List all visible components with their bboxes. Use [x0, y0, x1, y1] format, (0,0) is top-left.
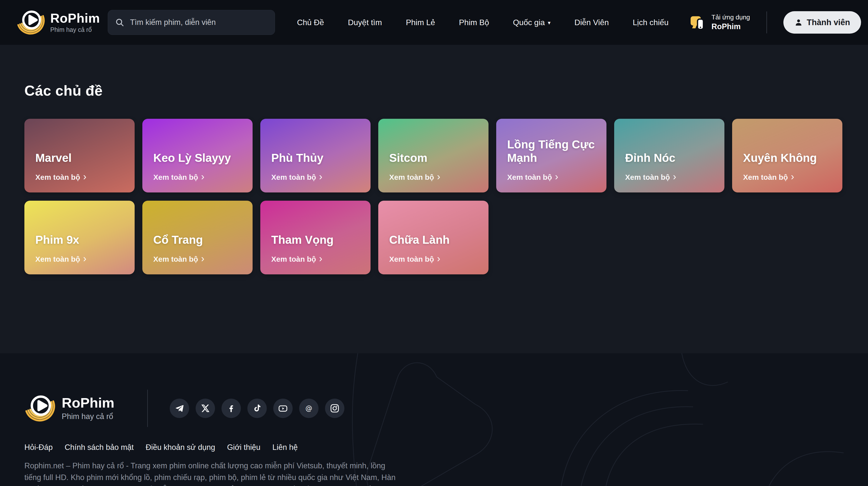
social-button-youtube[interactable] [273, 399, 293, 418]
topic-title: Chữa Lành [389, 233, 478, 246]
chevron-right-icon: › [319, 255, 322, 262]
topic-card[interactable]: Tham VọngXem toàn bộ› [260, 201, 371, 274]
brand-text: RoPhim Phim hay cả rổ [50, 11, 100, 34]
topic-title: Marvel [35, 151, 125, 164]
topic-view-all-link[interactable]: Xem toàn bộ› [743, 173, 832, 182]
social-button-threads[interactable]: @ [299, 399, 318, 418]
footer-row-brand-social: RoPhim Phim hay cả rổ @ [24, 390, 868, 427]
footer-rophim-logo-icon [24, 392, 56, 424]
tiktok-icon [252, 403, 262, 413]
page-title: Các chủ đề [24, 82, 844, 99]
chevron-right-icon: › [555, 173, 558, 180]
nav-item-diễn-viên[interactable]: Diễn Viên [575, 18, 609, 27]
topic-view-all-link[interactable]: Xem toàn bộ› [507, 173, 596, 182]
footer-link[interactable]: Hỏi-Đáp [24, 443, 53, 452]
topic-view-all-label: Xem toàn bộ [389, 173, 434, 182]
social-button-instagram[interactable] [325, 399, 344, 418]
facebook-icon [226, 403, 236, 413]
topic-card[interactable]: MarvelXem toàn bộ› [24, 119, 135, 192]
instagram-icon [330, 403, 340, 413]
topic-title: Keo Lỳ Slayyy [153, 151, 243, 164]
social-button-facebook[interactable] [221, 399, 241, 418]
topic-view-all-label: Xem toàn bộ [35, 173, 80, 182]
topic-card[interactable]: Phù ThủyXem toàn bộ› [260, 119, 371, 192]
social-button-telegram[interactable] [170, 399, 189, 418]
member-button[interactable]: Thành viên [783, 11, 861, 34]
topic-card[interactable]: Chữa LànhXem toàn bộ› [378, 201, 489, 274]
footer-links: Hỏi-ĐápChính sách bảo mậtĐiều khoản sử d… [24, 443, 868, 452]
nav-item-label: Lịch chiếu [633, 18, 669, 27]
rophim-logo-icon [17, 8, 46, 37]
threads-icon: @ [304, 403, 314, 413]
app-download[interactable]: Tải ứng dụng RoPhim [689, 14, 750, 31]
nav-item-chủ-đề[interactable]: Chủ Đề [297, 18, 324, 27]
nav-item-lịch-chiếu[interactable]: Lịch chiếu [633, 18, 669, 27]
app-download-line1: Tải ứng dụng [711, 14, 750, 21]
topic-view-all-link[interactable]: Xem toàn bộ› [153, 173, 243, 182]
social-button-x[interactable] [195, 399, 215, 418]
nav-item-label: Chủ Đề [297, 18, 324, 27]
app-download-line2: RoPhim [711, 22, 750, 31]
svg-text:@: @ [305, 404, 312, 412]
social-row: @ [170, 399, 344, 418]
topic-view-all-label: Xem toàn bộ [35, 255, 80, 264]
topic-title: Xuyên Không [743, 151, 832, 164]
topic-view-all-link[interactable]: Xem toàn bộ› [35, 255, 125, 264]
header-divider [767, 11, 767, 33]
chevron-right-icon: › [791, 173, 794, 180]
chevron-right-icon: › [83, 173, 86, 180]
topic-view-all-link[interactable]: Xem toàn bộ› [389, 173, 478, 182]
nav-item-label: Phim Lẻ [406, 18, 435, 27]
footer-link[interactable]: Chính sách bảo mật [65, 443, 134, 452]
nav-item-phim-bộ[interactable]: Phim Bộ [459, 18, 489, 27]
topic-card[interactable]: Đỉnh NócXem toàn bộ› [614, 119, 724, 192]
footer-brand-name: RoPhim [62, 396, 115, 410]
topic-view-all-link[interactable]: Xem toàn bộ› [271, 173, 361, 182]
brand[interactable]: RoPhim Phim hay cả rổ [17, 8, 100, 37]
chevron-right-icon: › [437, 173, 440, 180]
member-button-label: Thành viên [807, 18, 850, 27]
chevron-right-icon: › [673, 173, 676, 180]
topic-card[interactable]: Lồng Tiếng Cực MạnhXem toàn bộ› [496, 119, 607, 192]
topic-view-all-link[interactable]: Xem toàn bộ› [153, 255, 243, 264]
topic-view-all-link[interactable]: Xem toàn bộ› [35, 173, 125, 182]
topic-card[interactable]: Xuyên KhôngXem toàn bộ› [732, 119, 842, 192]
app-download-text: Tải ứng dụng RoPhim [711, 14, 750, 31]
x-icon [200, 403, 210, 413]
topic-title: Phù Thủy [271, 151, 361, 164]
topic-view-all-label: Xem toàn bộ [153, 173, 198, 182]
footer-link[interactable]: Giới thiệu [227, 443, 260, 452]
chevron-right-icon: › [83, 255, 86, 262]
topic-view-all-link[interactable]: Xem toàn bộ› [389, 255, 478, 264]
topic-view-all-link[interactable]: Xem toàn bộ› [271, 255, 361, 264]
search-input[interactable] [129, 18, 268, 27]
brand-name: RoPhim [50, 11, 100, 25]
topic-card[interactable]: Cổ TrangXem toàn bộ› [142, 201, 253, 274]
nav-item-phim-lẻ[interactable]: Phim Lẻ [406, 18, 435, 27]
nav-item-label: Duyệt tìm [348, 18, 382, 27]
footer-link[interactable]: Liên hệ [273, 443, 298, 452]
topic-view-all-label: Xem toàn bộ [153, 255, 198, 264]
chevron-right-icon: › [319, 173, 322, 180]
topic-title: Cổ Trang [153, 233, 243, 246]
footer-link[interactable]: Điều khoản sử dụng [146, 443, 215, 452]
nav-item-duyệt-tìm[interactable]: Duyệt tìm [348, 18, 382, 27]
topic-view-all-label: Xem toàn bộ [389, 255, 434, 264]
search-bar[interactable] [108, 10, 275, 35]
topic-title: Lồng Tiếng Cực Mạnh [507, 138, 596, 164]
topics-grid: MarvelXem toàn bộ›Keo Lỳ SlayyyXem toàn … [24, 119, 844, 274]
nav-item-quốc-gia[interactable]: Quốc gia▾ [513, 18, 551, 27]
search-icon [115, 18, 124, 27]
social-button-tiktok[interactable] [247, 399, 267, 418]
topic-view-all-label: Xem toàn bộ [271, 173, 316, 182]
nav-item-label: Phim Bộ [459, 18, 489, 27]
topic-card[interactable]: Keo Lỳ SlayyyXem toàn bộ› [142, 119, 253, 192]
topic-view-all-label: Xem toàn bộ [625, 173, 670, 182]
nav-item-label: Diễn Viên [575, 18, 609, 27]
topic-card[interactable]: Phim 9xXem toàn bộ› [24, 201, 135, 274]
topic-view-all-link[interactable]: Xem toàn bộ› [625, 173, 714, 182]
telegram-icon [175, 403, 184, 413]
chevron-right-icon: › [201, 255, 204, 262]
topic-card[interactable]: SitcomXem toàn bộ› [378, 119, 489, 192]
footer-brand-text: RoPhim Phim hay cả rổ [62, 396, 115, 421]
